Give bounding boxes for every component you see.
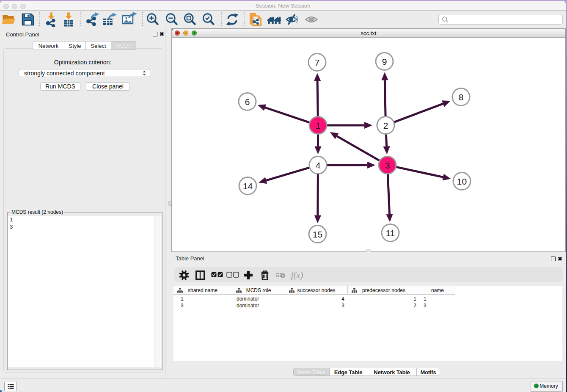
svg-text:f(x): f(x) xyxy=(291,270,303,280)
svg-text:6: 6 xyxy=(245,97,250,107)
svg-text:9: 9 xyxy=(382,57,387,66)
svg-text:4: 4 xyxy=(316,160,321,170)
svg-text:15: 15 xyxy=(313,229,322,239)
svg-text:7: 7 xyxy=(315,58,320,67)
svg-text:8: 8 xyxy=(459,92,464,102)
svg-text:3: 3 xyxy=(385,160,390,170)
svg-text:10: 10 xyxy=(457,177,467,186)
svg-text:1: 1 xyxy=(316,121,321,130)
svg-text:14: 14 xyxy=(243,181,253,191)
svg-text:11: 11 xyxy=(386,228,395,238)
svg-text:2: 2 xyxy=(383,121,388,130)
